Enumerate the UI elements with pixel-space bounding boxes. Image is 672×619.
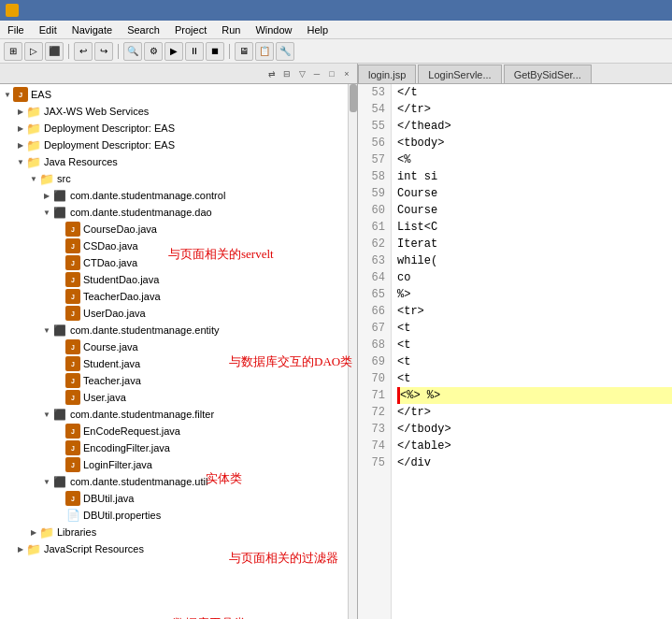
tree-item-javaresources[interactable]: ▼📁Java Resources xyxy=(0,153,348,170)
tree-arrow-userdao[interactable] xyxy=(54,308,65,319)
toolbar-btn-4[interactable]: ↩ xyxy=(74,42,93,61)
menu-item-file[interactable]: File xyxy=(0,22,32,37)
toolbar-btn-9[interactable]: ⏸ xyxy=(185,42,204,61)
tree-item-studentdao[interactable]: JStudentDao.java xyxy=(0,271,348,288)
tree-arrow-teacherdao[interactable] xyxy=(54,291,65,302)
tree-arrow-coursedao[interactable] xyxy=(54,223,65,235)
tree-item-course[interactable]: JCourse.java xyxy=(0,338,348,355)
explorer-maximize-btn[interactable]: □ xyxy=(325,67,338,80)
toolbar-btn-2[interactable]: ▷ xyxy=(24,42,43,61)
tree-item-encoderequest[interactable]: JEnCodeRequest.java xyxy=(0,423,348,439)
tree-arrow-user[interactable] xyxy=(54,392,65,403)
tree-arrow-ctdao[interactable] xyxy=(54,257,65,268)
toolbar-btn-10[interactable]: ⏹ xyxy=(206,42,224,61)
toolbar-btn-13[interactable]: 🔧 xyxy=(276,42,294,61)
tree-item-loginfilter[interactable]: JLoginFilter.java xyxy=(0,456,348,473)
editor-tab-loginservle[interactable]: LoginServle... xyxy=(418,65,501,83)
tree-label-teacherdao: TeacherDao.java xyxy=(83,291,161,302)
tree-item-coursedao[interactable]: JCourseDao.java xyxy=(0,221,348,238)
toolbar-btn-12[interactable]: 📋 xyxy=(255,42,274,61)
tree-item-teacher[interactable]: JTeacher.java xyxy=(0,372,348,389)
menu-item-run[interactable]: Run xyxy=(214,22,248,37)
tree-item-user[interactable]: JUser.java xyxy=(0,389,348,406)
tree-label-dao: com.dante.studentmanage.dao xyxy=(70,207,212,218)
tree-arrow-student[interactable] xyxy=(54,358,65,369)
tree-item-teacherdao[interactable]: JTeacherDao.java xyxy=(0,288,348,305)
tree-item-ctdao[interactable]: JCTDao.java xyxy=(0,254,348,271)
line-num-62: 62 xyxy=(364,236,385,252)
tree-arrow-util[interactable]: ▼ xyxy=(41,476,52,487)
toolbar-btn-1[interactable]: ⊞ xyxy=(4,42,22,61)
tree-icon-studentdao: J xyxy=(65,272,80,287)
menu-item-search[interactable]: Search xyxy=(120,22,167,37)
toolbar-btn-7[interactable]: ⚙ xyxy=(144,42,163,61)
tree-label-student: Student.java xyxy=(83,358,140,369)
tree-arrow-entity[interactable]: ▼ xyxy=(41,324,52,336)
tree-item-userdao[interactable]: JUserDao.java xyxy=(0,305,348,322)
menu-item-help[interactable]: Help xyxy=(300,22,336,37)
explorer-minimize-btn[interactable]: ─ xyxy=(310,67,323,80)
menu-item-project[interactable]: Project xyxy=(167,22,214,37)
tree-arrow-jsresources[interactable]: ▶ xyxy=(15,543,26,554)
line-num-69: 69 xyxy=(364,353,385,370)
tree-item-dbprops[interactable]: 📄DBUtil.properties xyxy=(0,507,348,524)
tree-arrow-studentdao[interactable] xyxy=(54,274,65,285)
tree-arrow-eas[interactable]: ▼ xyxy=(2,89,13,100)
tree-item-src[interactable]: ▼📁src xyxy=(0,170,348,187)
toolbar-btn-5[interactable]: ↪ xyxy=(94,42,113,61)
tree-arrow-csdao[interactable] xyxy=(54,240,65,252)
tree-arrow-teacher[interactable] xyxy=(54,375,65,386)
tree-item-csdao[interactable]: JCSDao.java xyxy=(0,238,348,254)
explorer-menu-btn[interactable]: ▽ xyxy=(295,67,308,80)
menu-item-navigate[interactable]: Navigate xyxy=(64,22,120,37)
tree-arrow-encodingfilter[interactable] xyxy=(54,442,65,453)
tree-item-student[interactable]: JStudent.java xyxy=(0,355,348,372)
tree-arrow-deploy1[interactable]: ▶ xyxy=(15,122,26,134)
tree-item-deploy1[interactable]: ▶📁Deployment Descriptor: EAS xyxy=(0,120,348,137)
tree-item-control[interactable]: ▶⬛com.dante.studentmanage.control xyxy=(0,187,348,204)
tree-arrow-control[interactable]: ▶ xyxy=(41,190,52,201)
toolbar-btn-6[interactable]: 🔍 xyxy=(123,42,142,61)
tree-arrow-jaxws[interactable]: ▶ xyxy=(15,106,26,117)
toolbar-btn-3[interactable]: ⬛ xyxy=(45,42,64,61)
tree-icon-deploy1: 📁 xyxy=(26,121,41,136)
menu-item-edit[interactable]: Edit xyxy=(32,22,64,37)
tree-item-dbutil[interactable]: JDBUtil.java xyxy=(0,490,348,507)
editor-tab-login[interactable]: login.jsp xyxy=(358,65,416,83)
tree-container[interactable]: ▼JEAS▶📁JAX-WS Web Services▶📁Deployment D… xyxy=(0,84,348,619)
tree-item-entity[interactable]: ▼⬛com.dante.studentmanage.entity xyxy=(0,322,348,338)
left-scrollbar-thumb[interactable] xyxy=(350,84,357,112)
tree-icon-encodingfilter: J xyxy=(65,440,80,455)
tree-arrow-filter[interactable]: ▼ xyxy=(41,409,52,420)
tree-item-jsresources[interactable]: ▶📁JavaScript Resources xyxy=(0,540,348,557)
tree-arrow-deploy2[interactable]: ▶ xyxy=(15,139,26,151)
tree-item-util[interactable]: ▼⬛com.dante.studentmanage.util xyxy=(0,473,348,490)
tree-arrow-dbprops[interactable] xyxy=(54,510,65,521)
tree-arrow-encoderequest[interactable] xyxy=(54,425,65,437)
left-scrollbar[interactable] xyxy=(348,84,357,619)
tree-arrow-course[interactable] xyxy=(54,341,65,353)
tree-item-deploy2[interactable]: ▶📁Deployment Descriptor: EAS xyxy=(0,137,348,153)
tree-item-encodingfilter[interactable]: JEncodingFilter.java xyxy=(0,439,348,456)
tree-item-filter[interactable]: ▼⬛com.dante.studentmanage.filter xyxy=(0,406,348,423)
tree-arrow-loginfilter[interactable] xyxy=(54,459,65,470)
tree-arrow-dao[interactable]: ▼ xyxy=(41,207,52,218)
explorer-sync-btn[interactable]: ⇄ xyxy=(265,67,279,80)
tree-item-jaxws[interactable]: ▶📁JAX-WS Web Services xyxy=(0,103,348,120)
explorer-close-btn[interactable]: × xyxy=(340,67,353,80)
tree-item-libraries[interactable]: ▶📁Libraries xyxy=(0,524,348,540)
tree-item-dao[interactable]: ▼⬛com.dante.studentmanage.dao xyxy=(0,204,348,221)
line-num-54: 54 xyxy=(364,101,385,118)
editor-tab-getbysid[interactable]: GetBySidSer... xyxy=(504,65,592,83)
tree-arrow-dbutil[interactable] xyxy=(54,493,65,504)
toolbar-btn-11[interactable]: 🖥 xyxy=(235,42,253,61)
tree-label-jaxws: JAX-WS Web Services xyxy=(44,106,149,117)
tree-arrow-libraries[interactable]: ▶ xyxy=(28,526,39,538)
menu-item-window[interactable]: Window xyxy=(248,22,299,37)
toolbar-btn-8[interactable]: ▶ xyxy=(164,42,183,61)
explorer-collapse-btn[interactable]: ⊟ xyxy=(280,67,293,80)
tree-item-eas[interactable]: ▼JEAS xyxy=(0,86,348,103)
tree-arrow-src[interactable]: ▼ xyxy=(28,173,39,184)
tree-arrow-javaresources[interactable]: ▼ xyxy=(15,156,26,167)
code-area[interactable]: </t </tr> </thead> <tbody> <% int si Cou… xyxy=(392,84,672,619)
